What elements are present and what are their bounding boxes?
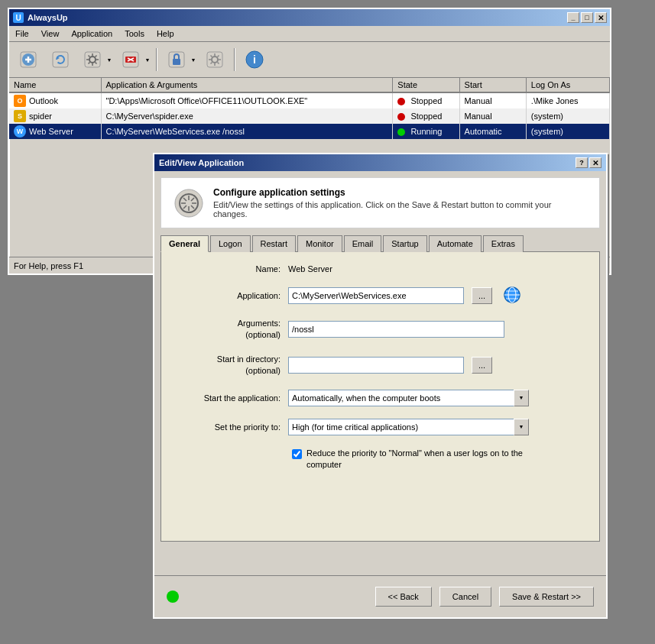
startapp-select[interactable]: Automatically, when the computer boots M… [288,390,529,406]
row-start: Automatic [459,124,526,139]
settings-toolbar-group: ▼ [162,45,197,74]
refresh-toolbar-button[interactable] [46,45,75,74]
arguments-label: Arguments:(optional) [173,318,280,341]
tab-email[interactable]: Email [344,235,382,252]
tab-bar: General Logon Restart Monitor Email Star… [161,235,600,251]
tab-logon[interactable]: Logon [210,235,251,252]
svg-rect-4 [53,52,68,67]
priority-dropdown-container: High (for time critical applications) No… [288,419,529,435]
startdir-label: Start in directory:(optional) [173,354,280,377]
svg-rect-10 [173,59,180,65]
main-window-title: AlwaysUp [28,13,68,22]
dialog-title: Edit/View Application [159,158,244,167]
settings-toolbar-button[interactable] [162,45,191,74]
table-body: O Outlook "D:\Apps\Microsoft Office\OFFI… [9,92,610,139]
svg-text:U: U [15,14,21,22]
toolbar-sep-1 [156,48,157,71]
row-state: Stopped [393,108,459,124]
priority-reduce-checkbox[interactable] [292,449,302,459]
form-row-checkbox: Reduce the priority to "Normal" when a u… [292,448,587,471]
dialog-close-button[interactable]: ✕ [589,157,601,168]
table-row-selected[interactable]: W Web Server C:\MyServer\WebServices.exe… [9,124,610,139]
tab-extras[interactable]: Extras [483,235,524,252]
row-logon: (system) [526,108,609,124]
minimize-button[interactable]: _ [567,12,579,23]
table-header: Name Application & Arguments State Start… [9,78,610,92]
arguments-input[interactable] [288,321,504,338]
tab-restart[interactable]: Restart [252,235,296,252]
info-toolbar-button[interactable]: i [240,45,269,74]
menu-application[interactable]: Application [65,28,118,40]
settings-dropdown-arrow[interactable]: ▼ [190,56,197,63]
tab-monitor[interactable]: Monitor [297,235,342,252]
row-start: Manual [459,108,526,124]
toolbar: ▼ ▼ ▼ [9,42,610,78]
col-name: Name [9,78,101,92]
row-logon: (system) [526,124,609,139]
dialog-title-bar: Edit/View Application ? ✕ [154,154,606,171]
dialog-header-icon [173,188,204,218]
startapp-dropdown-arrow-btn[interactable]: ▼ [514,390,529,406]
app-icon: U [12,11,24,24]
form-row-arguments: Arguments:(optional) [173,318,587,341]
menu-file[interactable]: File [9,28,35,40]
stop-dropdown-arrow[interactable]: ▼ [144,56,151,63]
menu-help[interactable]: Help [151,28,180,40]
col-state: State [393,78,459,92]
form-row-application: Application: ... [173,286,587,306]
app-table-container: Name Application & Arguments State Start… [9,78,610,139]
dialog-header-desc: Edit/View the settings of this applicati… [213,200,587,218]
dialog-status-dot [167,591,179,603]
form-row-priority: Set the priority to: High (for time crit… [173,419,587,435]
gear-toolbar-button[interactable] [78,45,107,74]
status-dot-running [397,128,405,136]
application-browse-button[interactable]: ... [472,287,492,304]
status-bar-text: For Help, press F1 [14,261,83,270]
row-args: "D:\Apps\Microsoft Office\OFFICE11\OUTLO… [101,92,393,108]
form-row-name: Name: Web Server [173,264,587,273]
gear-toolbar-group: ▼ [78,45,113,74]
startdir-input[interactable] [288,357,464,374]
tab-general[interactable]: General [161,235,209,252]
stop-toolbar-button[interactable] [116,45,145,74]
table-row[interactable]: S spider C:\MyServer\spider.exe Stopped … [9,108,610,124]
add-toolbar-button[interactable] [14,45,43,74]
gear2-toolbar-button[interactable] [200,45,229,74]
gear-dropdown-arrow[interactable]: ▼ [105,56,113,63]
dialog-help-button[interactable]: ? [576,157,588,168]
startapp-label: Start the application: [173,393,280,403]
col-args: Application & Arguments [101,78,393,92]
col-start: Start [459,78,526,92]
priority-dropdown-arrow-btn[interactable]: ▼ [514,419,529,435]
row-icon-outlook: O [14,95,26,107]
svg-text:i: i [253,53,256,66]
tab-automate[interactable]: Automate [429,235,482,252]
name-value: Web Server [288,264,332,273]
close-button[interactable]: ✕ [595,12,607,23]
toolbar-sep-2 [234,48,235,71]
row-state: Running [393,124,459,139]
status-dot-stopped [397,98,405,105]
table-row[interactable]: O Outlook "D:\Apps\Microsoft Office\OFFI… [9,92,610,108]
application-input[interactable] [288,287,464,304]
back-button[interactable]: << Back [375,587,432,607]
row-args: C:\MyServer\WebServices.exe /nossl [101,124,393,139]
startdir-browse-button[interactable]: ... [472,357,492,374]
maximize-button[interactable]: □ [581,12,593,23]
dialog-title-buttons: ? ✕ [576,157,601,168]
row-logon: .\Mike Jones [526,92,609,108]
menu-tools[interactable]: Tools [118,28,151,40]
dialog-header-text: Configure application settings Edit/View… [213,187,587,218]
cancel-button[interactable]: Cancel [439,587,491,607]
name-label: Name: [173,264,280,273]
row-start: Manual [459,92,526,108]
row-name: S spider [9,108,101,124]
menu-view[interactable]: View [35,28,66,40]
col-logon: Log On As [526,78,609,92]
main-title-bar: U AlwaysUp _ □ ✕ [9,9,610,26]
title-bar-buttons: _ □ ✕ [567,12,607,23]
priority-select[interactable]: High (for time critical applications) No… [288,419,529,435]
save-restart-button[interactable]: Save & Restart >> [499,587,594,607]
tab-startup[interactable]: Startup [383,235,426,252]
row-state: Stopped [393,92,459,108]
